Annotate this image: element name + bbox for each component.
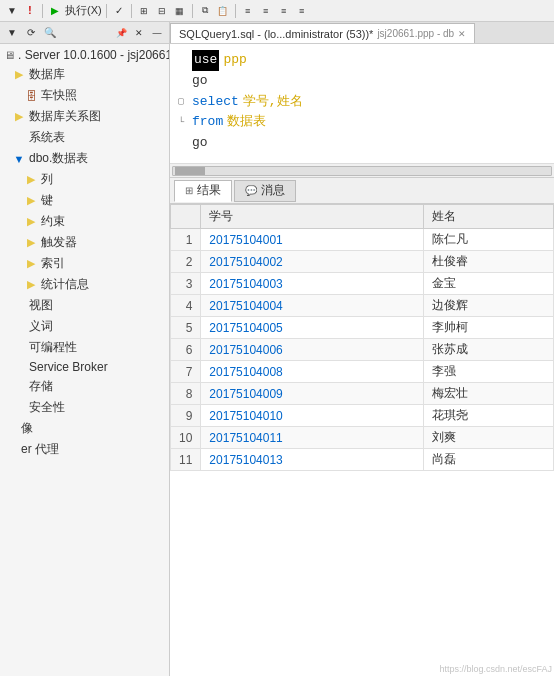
sidebar-item-programmability[interactable]: 可编程性 (0, 337, 169, 358)
sidebar-triggers-label: 触发器 (41, 234, 77, 251)
code-line-2: go (178, 71, 546, 92)
execute-btn[interactable]: ▶ (47, 3, 63, 19)
sidebar-search-icon[interactable]: 🔍 (42, 25, 58, 41)
sidebar-item-columns[interactable]: ▶ 列 (0, 169, 169, 190)
table-cell-xuehao: 20175104004 (201, 295, 423, 317)
sidebar-item-databases[interactable]: ▶ 数据库 (0, 64, 169, 85)
toolbar-sep-5 (235, 4, 236, 18)
sidebar-filter-icon[interactable]: ▼ (4, 25, 20, 41)
sidebar-security-label: 安全性 (29, 399, 65, 416)
align-left-icon[interactable]: ≡ (240, 3, 256, 19)
sidebar-content: 🖥 . Server 10.0.1600 - jsj20661\A ▶ 数据库 … (0, 44, 169, 676)
grid-icon-2[interactable]: ⊟ (154, 3, 170, 19)
table-cell-xingming: 花琪尧 (423, 405, 553, 427)
folder-icon-triggers: ▶ (24, 236, 38, 249)
query-tab[interactable]: SQLQuery1.sql - (lo...dministrator (53))… (170, 23, 475, 43)
db-icon: 🗄 (24, 90, 38, 102)
expand-placeholder-4: └ (178, 115, 188, 131)
sidebar-item-image[interactable]: 像 (0, 418, 169, 439)
table-header-row: 学号 姓名 (171, 205, 554, 229)
table-row[interactable]: 620175104006张苏成 (171, 339, 554, 361)
sidebar-item-indexes[interactable]: ▶ 索引 (0, 253, 169, 274)
main-layout: ▼ ⟳ 🔍 📌 ✕ — 🖥 . Server 10.0.1600 - jsj20… (0, 22, 554, 676)
code-editor[interactable]: use ppp go ▢ select 学号,姓名 └ from 数据表 (170, 44, 554, 164)
align-right-icon[interactable]: ≡ (276, 3, 292, 19)
result-tab-results[interactable]: ⊞ 结果 (174, 180, 232, 202)
sidebar-item-server[interactable]: 🖥 . Server 10.0.1600 - jsj20661\A (0, 46, 169, 64)
dropdown-btn[interactable]: ▼ (4, 3, 20, 19)
indent-icon[interactable]: ≡ (294, 3, 310, 19)
sidebar-item-broker[interactable]: Service Broker (0, 358, 169, 376)
code-line-5: go (178, 133, 546, 154)
keyword-go-2: go (192, 133, 208, 154)
data-table-container[interactable]: 学号 姓名 120175104001陈仁凡220175104002杜俊睿3201… (170, 204, 554, 676)
sidebar-indexes-label: 索引 (41, 255, 65, 272)
table-row[interactable]: 920175104010花琪尧 (171, 405, 554, 427)
table-row[interactable]: 1020175104011刘爽 (171, 427, 554, 449)
sidebar-item-statistics[interactable]: ▶ 统计信息 (0, 274, 169, 295)
table-cell-xuehao: 20175104006 (201, 339, 423, 361)
grid-icon-1[interactable]: ⊞ (136, 3, 152, 19)
sidebar-collapse-icon[interactable]: — (149, 25, 165, 41)
table-cell-rownum: 5 (171, 317, 201, 339)
sidebar-item-storage[interactable]: 存储 (0, 376, 169, 397)
table-row[interactable]: 420175104004边俊辉 (171, 295, 554, 317)
query-tab-label: SQLQuery1.sql - (lo...dministrator (53))… (179, 28, 373, 40)
table-row[interactable]: 320175104003金宝 (171, 273, 554, 295)
sidebar-databases-label: 数据库 (29, 66, 65, 83)
sidebar-close-icon[interactable]: ✕ (131, 25, 147, 41)
table-row[interactable]: 1120175104013尚磊 (171, 449, 554, 471)
grid-icon-3[interactable]: ▦ (172, 3, 188, 19)
watermark: https://blog.csdn.net/escFAJ (439, 664, 552, 674)
execute-label[interactable]: 执行(X) (65, 3, 102, 19)
copy-icon[interactable]: ⧉ (197, 3, 213, 19)
sidebar-columns-label: 列 (41, 171, 53, 188)
sidebar-item-agent[interactable]: er 代理 (0, 439, 169, 460)
table-row[interactable]: 720175104008李强 (171, 361, 554, 383)
table-cell-xingming: 李强 (423, 361, 553, 383)
expand-select-icon[interactable]: ▢ (178, 94, 188, 110)
sidebar-item-views[interactable]: 视图 (0, 295, 169, 316)
table-row[interactable]: 520175104005李帅柯 (171, 317, 554, 339)
folder-icon-databases: ▶ (12, 68, 26, 81)
table-cell-rownum: 7 (171, 361, 201, 383)
sidebar-item-triggers[interactable]: ▶ 触发器 (0, 232, 169, 253)
from-table: 数据表 (227, 112, 266, 133)
editor-scrollbar[interactable] (170, 164, 554, 178)
sidebar-item-keys[interactable]: ▶ 键 (0, 190, 169, 211)
table-header-xingming: 姓名 (423, 205, 553, 229)
data-table: 学号 姓名 120175104001陈仁凡220175104002杜俊睿3201… (170, 204, 554, 471)
align-center-icon[interactable]: ≡ (258, 3, 274, 19)
table-header-rownum (171, 205, 201, 229)
table-cell-xuehao: 20175104002 (201, 251, 423, 273)
query-tab-server: jsj20661.ppp - db (377, 28, 454, 39)
table-cell-xingming: 刘爽 (423, 427, 553, 449)
result-tab-results-label: 结果 (197, 182, 221, 199)
keyword-use: use (192, 50, 219, 71)
code-ppp: ppp (223, 50, 246, 71)
sidebar-agent-label: er 代理 (21, 441, 59, 458)
check-icon[interactable]: ✓ (111, 3, 127, 19)
exclaim-icon: ! (22, 3, 38, 19)
sidebar-pin-icon[interactable]: 📌 (113, 25, 129, 41)
code-line-1: use ppp (178, 50, 546, 71)
hscrollbar-thumb[interactable] (175, 167, 205, 175)
result-tab-messages[interactable]: 💬 消息 (234, 180, 296, 202)
select-fields: 学号,姓名 (243, 92, 303, 113)
table-row[interactable]: 820175104009梅宏壮 (171, 383, 554, 405)
sidebar-item-synonyms[interactable]: 义词 (0, 316, 169, 337)
sidebar-item-diagrams[interactable]: ▶ 数据库关系图 (0, 106, 169, 127)
sidebar-item-system-tables[interactable]: 系统表 (0, 127, 169, 148)
sidebar-refresh-icon[interactable]: ⟳ (23, 25, 39, 41)
sidebar-item-db[interactable]: 🗄 车快照 (0, 85, 169, 106)
hscrollbar-track[interactable] (172, 166, 552, 176)
table-row[interactable]: 220175104002杜俊睿 (171, 251, 554, 273)
sidebar-item-datatable[interactable]: ▼ dbo.数据表 (0, 148, 169, 169)
table-row[interactable]: 120175104001陈仁凡 (171, 229, 554, 251)
tab-close-icon[interactable]: ✕ (458, 29, 466, 39)
paste-icon[interactable]: 📋 (215, 3, 231, 19)
table-cell-xuehao: 20175104009 (201, 383, 423, 405)
sidebar-item-constraints[interactable]: ▶ 约束 (0, 211, 169, 232)
toolbar-sep-4 (192, 4, 193, 18)
sidebar-item-security[interactable]: 安全性 (0, 397, 169, 418)
